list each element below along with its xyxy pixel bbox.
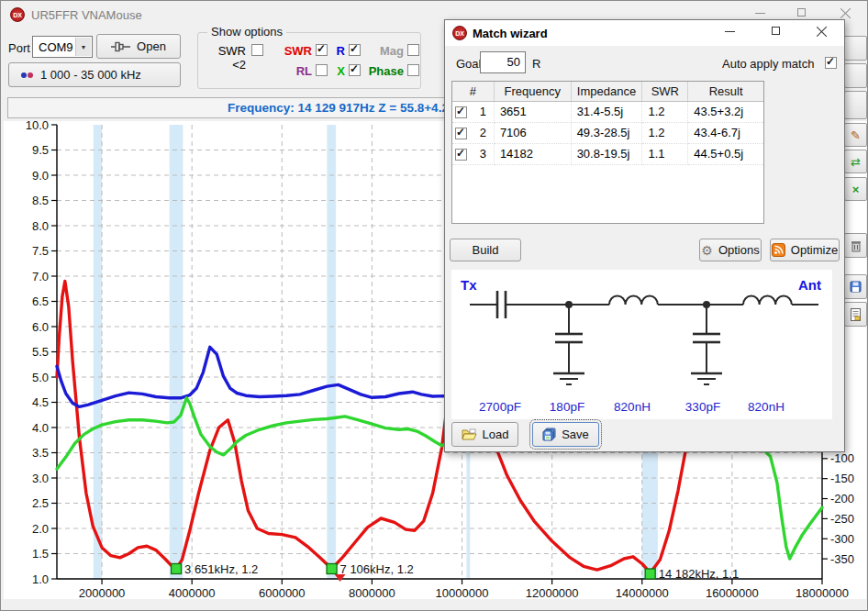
build-button[interactable]: Build	[450, 239, 521, 261]
dialog-close-button[interactable]	[808, 23, 836, 39]
port-value: COM9	[39, 40, 73, 54]
swap-arrows-icon: ⇄	[851, 155, 861, 169]
open-port-button[interactable]: Open	[96, 34, 181, 59]
sweep-range-button[interactable]: 1 000 - 35 000 kHz	[8, 62, 181, 87]
component-value: 180pF	[550, 400, 584, 414]
options-button-label: Options	[718, 243, 760, 257]
table-cell: 3651	[495, 102, 572, 123]
show-option-label: Mag	[369, 44, 404, 58]
show-option-label: R	[330, 44, 345, 58]
dialog-minimize-button[interactable]	[717, 23, 744, 39]
column-header[interactable]: Impedance	[572, 82, 643, 101]
maximize-icon	[772, 27, 780, 35]
x-checkbox[interactable]: ✓	[349, 64, 361, 76]
trash-icon	[851, 239, 862, 252]
mag-checkbox[interactable]: ✓	[407, 44, 419, 56]
port-combobox[interactable]: COM9 ▼	[32, 36, 93, 58]
table-cell: 1.2	[642, 123, 688, 144]
dialog-dx-icon: DX	[452, 26, 467, 40]
column-header[interactable]: Frequency	[495, 82, 572, 101]
row-select-cell: ✓1	[452, 102, 495, 123]
row-checkbox[interactable]: ✓	[455, 149, 467, 161]
save-button-label: Save	[562, 428, 589, 441]
app-dx-icon: DX	[10, 7, 25, 22]
side-toolbar-button-1[interactable]	[844, 36, 867, 61]
table-cell: 1.2	[642, 102, 688, 123]
goal-input[interactable]: 50	[480, 51, 526, 73]
sweep-range-label: 1 000 - 35 000 kHz	[40, 68, 141, 82]
paint-button[interactable]: ✎	[844, 123, 867, 147]
save-data-button[interactable]	[844, 274, 867, 299]
column-header[interactable]: #	[452, 82, 495, 101]
side-toolbar-button-2[interactable]	[844, 63, 867, 88]
row-number: 2	[480, 123, 486, 143]
row-checkbox[interactable]: ✓	[455, 128, 467, 139]
table-row[interactable]: ✓2710649.3-28.5j1.243.4-6.7j	[452, 123, 763, 144]
app-title: UR5FFR VNAMouse	[31, 8, 142, 22]
delete-button[interactable]	[844, 233, 867, 258]
table-row[interactable]: ✓1365131.4-5.5j1.243.5+3.2j	[452, 102, 763, 123]
clear-marks-button[interactable]: ×	[844, 177, 867, 201]
component-value: 820nH	[614, 400, 651, 414]
show-option-label: SWR <2	[202, 44, 246, 72]
range-dots-icon	[20, 72, 35, 79]
dialog-maximize-button[interactable]	[762, 23, 790, 39]
row-checkbox[interactable]: ✓	[455, 106, 467, 118]
component-value: 820nH	[748, 400, 785, 414]
plug-icon	[111, 41, 131, 52]
dialog-titlebar[interactable]: DX Match wizard	[445, 20, 844, 46]
close-icon	[817, 26, 828, 37]
chevron-down-icon[interactable]: ▼	[75, 38, 91, 56]
load-button-label: Load	[483, 428, 509, 441]
close-icon	[840, 7, 851, 18]
table-cell: 1.1	[642, 144, 688, 165]
circuit-schematic	[451, 270, 832, 419]
minimize-icon	[755, 13, 765, 14]
swr-checkbox[interactable]: ✓	[316, 44, 328, 56]
auto-apply-label: Auto apply match	[722, 57, 814, 71]
refresh-button[interactable]: ⇄	[844, 150, 867, 173]
window-bottom-strip	[1, 599, 867, 611]
table-cell: 43.4-6.7j	[688, 123, 763, 144]
port-label: Port	[8, 41, 30, 55]
swr-lt2-checkbox[interactable]: ✓	[251, 44, 263, 56]
column-header[interactable]: Result	[688, 82, 763, 101]
save-button[interactable]: Save	[532, 422, 599, 447]
optimize-button[interactable]: Optimize	[770, 239, 840, 261]
table-cell: 44.5+0.5j	[688, 144, 763, 165]
match-table: # Frequency Impedance SWR Result ✓136513…	[451, 81, 764, 224]
show-option-label: X	[330, 64, 345, 78]
auto-apply-checkbox[interactable]: ✓	[825, 57, 837, 69]
show-option-label: SWR	[279, 44, 312, 58]
load-button[interactable]: Load	[451, 422, 518, 447]
match-table-header: # Frequency Impedance SWR Result	[452, 82, 763, 102]
table-cell: 49.3-28.5j	[572, 123, 643, 144]
dialog-title: Match wizard	[473, 27, 548, 40]
side-toolbar-button-3[interactable]	[844, 91, 867, 119]
show-options-group: Show options SWR <2 ✓ SWR ✓ R ✓ Mag ✓ RL…	[197, 32, 421, 89]
r-checkbox[interactable]: ✓	[349, 44, 361, 56]
minimize-icon	[725, 31, 735, 32]
floppy-icon	[850, 281, 862, 293]
table-row[interactable]: ✓31418230.8-19.5j1.144.5+0.5j	[452, 144, 763, 165]
rl-checkbox[interactable]: ✓	[316, 64, 328, 76]
open-port-label: Open	[137, 39, 166, 53]
phase-checkbox[interactable]: ✓	[407, 64, 419, 76]
optimize-rss-icon	[772, 243, 785, 257]
table-cell: 30.8-19.5j	[572, 144, 643, 165]
show-options-legend: Show options	[207, 25, 286, 39]
row-number: 1	[480, 102, 486, 122]
goal-label: Goal	[456, 57, 481, 71]
row-select-cell: ✓3	[452, 144, 495, 165]
table-cell: 31.4-5.5j	[572, 102, 643, 123]
column-header[interactable]: SWR	[642, 82, 688, 101]
optimize-button-label: Optimize	[791, 243, 838, 257]
row-number: 3	[480, 144, 486, 164]
report-button[interactable]	[844, 302, 867, 327]
match-wizard-dialog: DX Match wizard Goal 50 R Auto apply mat…	[444, 19, 845, 452]
document-icon	[851, 308, 861, 321]
gear-icon: ⚙	[701, 243, 713, 258]
show-option-label: RL	[279, 64, 312, 78]
folder-open-icon	[462, 428, 477, 440]
options-button[interactable]: ⚙ Options	[699, 239, 762, 261]
